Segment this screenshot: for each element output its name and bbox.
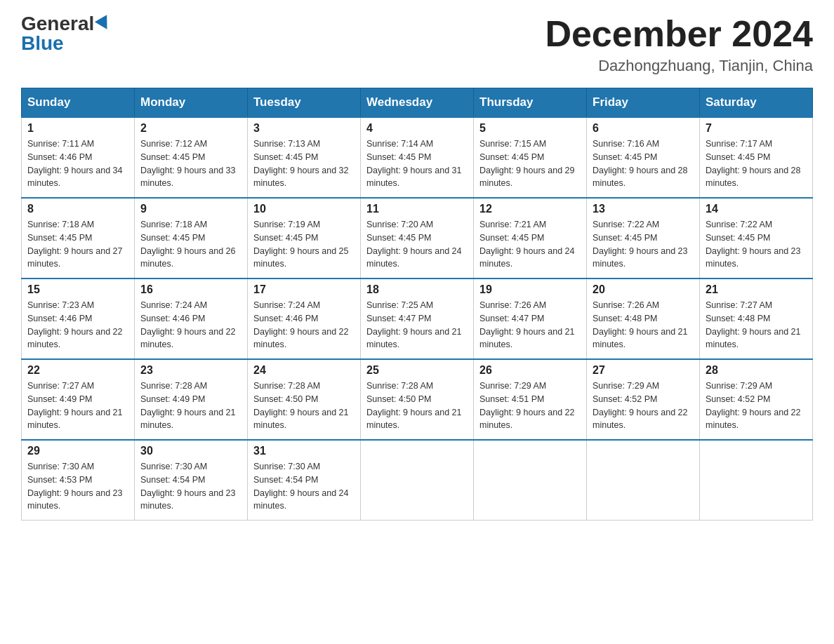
day-info: Sunrise: 7:24 AMSunset: 4:46 PMDaylight:… (253, 299, 355, 351)
weekday-header-thursday: Thursday (474, 88, 587, 118)
day-number: 3 (253, 122, 355, 135)
day-cell-10: 10Sunrise: 7:19 AMSunset: 4:45 PMDayligh… (248, 198, 361, 279)
week-row-3: 15Sunrise: 7:23 AMSunset: 4:46 PMDayligh… (22, 279, 813, 359)
day-number: 8 (27, 203, 128, 215)
weekday-header-sunday: Sunday (22, 88, 135, 118)
day-number: 7 (706, 122, 807, 135)
day-number: 9 (140, 203, 241, 215)
day-info: Sunrise: 7:29 AMSunset: 4:52 PMDaylight:… (593, 380, 694, 432)
day-info: Sunrise: 7:27 AMSunset: 4:49 PMDaylight:… (27, 380, 128, 432)
day-cell-31: 31Sunrise: 7:30 AMSunset: 4:54 PMDayligh… (248, 440, 361, 521)
day-number: 26 (479, 364, 581, 377)
day-number: 31 (253, 445, 355, 457)
empty-cell (587, 440, 700, 521)
day-number: 24 (253, 364, 355, 377)
week-row-4: 22Sunrise: 7:27 AMSunset: 4:49 PMDayligh… (22, 359, 813, 440)
day-cell-4: 4Sunrise: 7:14 AMSunset: 4:45 PMDaylight… (361, 117, 474, 198)
day-number: 16 (140, 283, 241, 296)
day-info: Sunrise: 7:16 AMSunset: 4:45 PMDaylight:… (593, 137, 694, 190)
day-info: Sunrise: 7:28 AMSunset: 4:50 PMDaylight:… (366, 380, 468, 432)
day-info: Sunrise: 7:29 AMSunset: 4:52 PMDaylight:… (706, 380, 807, 432)
day-cell-2: 2Sunrise: 7:12 AMSunset: 4:45 PMDaylight… (135, 117, 248, 198)
empty-cell (474, 440, 587, 521)
day-cell-14: 14Sunrise: 7:22 AMSunset: 4:45 PMDayligh… (700, 198, 813, 279)
day-cell-24: 24Sunrise: 7:28 AMSunset: 4:50 PMDayligh… (248, 359, 361, 440)
day-number: 15 (27, 283, 128, 296)
day-info: Sunrise: 7:21 AMSunset: 4:45 PMDaylight:… (479, 218, 581, 271)
day-cell-11: 11Sunrise: 7:20 AMSunset: 4:45 PMDayligh… (361, 198, 474, 279)
weekday-header-friday: Friday (587, 88, 700, 118)
empty-cell (361, 440, 474, 521)
day-info: Sunrise: 7:19 AMSunset: 4:45 PMDaylight:… (253, 218, 355, 271)
title-block: December 2024 Dazhongzhuang, Tianjin, Ch… (545, 14, 813, 75)
day-number: 22 (27, 364, 128, 377)
day-info: Sunrise: 7:12 AMSunset: 4:45 PMDaylight:… (140, 137, 241, 190)
day-cell-25: 25Sunrise: 7:28 AMSunset: 4:50 PMDayligh… (361, 359, 474, 440)
day-info: Sunrise: 7:30 AMSunset: 4:53 PMDaylight:… (27, 460, 128, 513)
day-cell-29: 29Sunrise: 7:30 AMSunset: 4:53 PMDayligh… (22, 440, 135, 521)
day-cell-18: 18Sunrise: 7:25 AMSunset: 4:47 PMDayligh… (361, 279, 474, 359)
day-cell-9: 9Sunrise: 7:18 AMSunset: 4:45 PMDaylight… (135, 198, 248, 279)
day-cell-6: 6Sunrise: 7:16 AMSunset: 4:45 PMDaylight… (587, 117, 700, 198)
day-cell-1: 1Sunrise: 7:11 AMSunset: 4:46 PMDaylight… (22, 117, 135, 198)
day-info: Sunrise: 7:24 AMSunset: 4:46 PMDaylight:… (140, 299, 241, 351)
day-number: 14 (706, 203, 807, 215)
page-header: General Blue December 2024 Dazhongzhuang… (21, 14, 813, 75)
day-info: Sunrise: 7:18 AMSunset: 4:45 PMDaylight:… (140, 218, 241, 271)
day-info: Sunrise: 7:11 AMSunset: 4:46 PMDaylight:… (27, 137, 128, 190)
weekday-header-wednesday: Wednesday (361, 88, 474, 118)
week-row-5: 29Sunrise: 7:30 AMSunset: 4:53 PMDayligh… (22, 440, 813, 521)
logo-general-text: General (21, 14, 94, 34)
day-info: Sunrise: 7:14 AMSunset: 4:45 PMDaylight:… (366, 137, 468, 190)
location-title: Dazhongzhuang, Tianjin, China (545, 57, 813, 75)
day-info: Sunrise: 7:22 AMSunset: 4:45 PMDaylight:… (706, 218, 807, 271)
day-number: 18 (366, 283, 468, 296)
day-number: 23 (140, 364, 241, 377)
day-info: Sunrise: 7:28 AMSunset: 4:49 PMDaylight:… (140, 380, 241, 432)
day-info: Sunrise: 7:27 AMSunset: 4:48 PMDaylight:… (706, 299, 807, 351)
day-info: Sunrise: 7:29 AMSunset: 4:51 PMDaylight:… (479, 380, 581, 432)
day-number: 10 (253, 203, 355, 215)
day-cell-23: 23Sunrise: 7:28 AMSunset: 4:49 PMDayligh… (135, 359, 248, 440)
day-number: 17 (253, 283, 355, 296)
day-info: Sunrise: 7:26 AMSunset: 4:47 PMDaylight:… (479, 299, 581, 351)
logo-blue-text: Blue (21, 34, 64, 53)
day-number: 30 (140, 445, 241, 457)
day-cell-30: 30Sunrise: 7:30 AMSunset: 4:54 PMDayligh… (135, 440, 248, 521)
day-info: Sunrise: 7:17 AMSunset: 4:45 PMDaylight:… (706, 137, 807, 190)
day-cell-3: 3Sunrise: 7:13 AMSunset: 4:45 PMDaylight… (248, 117, 361, 198)
month-title: December 2024 (545, 14, 813, 54)
day-info: Sunrise: 7:18 AMSunset: 4:45 PMDaylight:… (27, 218, 128, 271)
day-number: 21 (706, 283, 807, 296)
day-info: Sunrise: 7:20 AMSunset: 4:45 PMDaylight:… (366, 218, 468, 271)
day-cell-20: 20Sunrise: 7:26 AMSunset: 4:48 PMDayligh… (587, 279, 700, 359)
day-info: Sunrise: 7:13 AMSunset: 4:45 PMDaylight:… (253, 137, 355, 190)
week-row-1: 1Sunrise: 7:11 AMSunset: 4:46 PMDaylight… (22, 117, 813, 198)
day-number: 29 (27, 445, 128, 457)
day-cell-13: 13Sunrise: 7:22 AMSunset: 4:45 PMDayligh… (587, 198, 700, 279)
day-info: Sunrise: 7:30 AMSunset: 4:54 PMDaylight:… (253, 460, 355, 513)
day-cell-17: 17Sunrise: 7:24 AMSunset: 4:46 PMDayligh… (248, 279, 361, 359)
day-cell-22: 22Sunrise: 7:27 AMSunset: 4:49 PMDayligh… (22, 359, 135, 440)
day-number: 5 (479, 122, 581, 135)
day-cell-7: 7Sunrise: 7:17 AMSunset: 4:45 PMDaylight… (700, 117, 813, 198)
empty-cell (700, 440, 813, 521)
day-info: Sunrise: 7:23 AMSunset: 4:46 PMDaylight:… (27, 299, 128, 351)
calendar-table: SundayMondayTuesdayWednesdayThursdayFrid… (21, 88, 813, 521)
day-info: Sunrise: 7:22 AMSunset: 4:45 PMDaylight:… (593, 218, 694, 271)
day-number: 27 (593, 364, 694, 377)
day-number: 13 (593, 203, 694, 215)
day-info: Sunrise: 7:30 AMSunset: 4:54 PMDaylight:… (140, 460, 241, 513)
week-row-2: 8Sunrise: 7:18 AMSunset: 4:45 PMDaylight… (22, 198, 813, 279)
weekday-header-saturday: Saturday (700, 88, 813, 118)
day-number: 20 (593, 283, 694, 296)
day-cell-12: 12Sunrise: 7:21 AMSunset: 4:45 PMDayligh… (474, 198, 587, 279)
day-info: Sunrise: 7:28 AMSunset: 4:50 PMDaylight:… (253, 380, 355, 432)
weekday-header-row: SundayMondayTuesdayWednesdayThursdayFrid… (22, 88, 813, 118)
day-info: Sunrise: 7:25 AMSunset: 4:47 PMDaylight:… (366, 299, 468, 351)
logo: General Blue (21, 14, 111, 53)
day-cell-27: 27Sunrise: 7:29 AMSunset: 4:52 PMDayligh… (587, 359, 700, 440)
day-cell-28: 28Sunrise: 7:29 AMSunset: 4:52 PMDayligh… (700, 359, 813, 440)
day-number: 4 (366, 122, 468, 135)
day-info: Sunrise: 7:26 AMSunset: 4:48 PMDaylight:… (593, 299, 694, 351)
